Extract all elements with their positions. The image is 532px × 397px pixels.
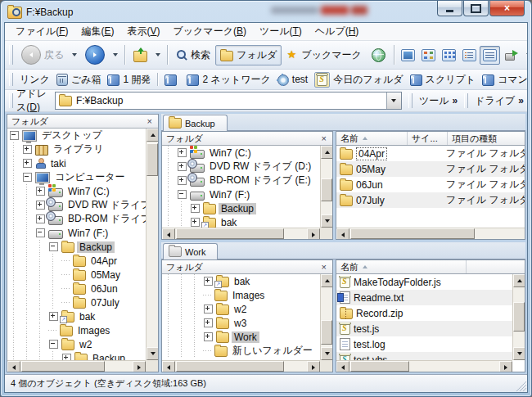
scrollbar-thumb[interactable] [321,320,332,345]
tree-item[interactable]: BD-ROM ドライブ (E: [7,212,146,226]
scroll-up-button[interactable] [321,274,333,287]
tree-item[interactable]: w2 [162,302,320,316]
toolbar-gripper[interactable] [9,73,13,87]
horizontal-scrollbar[interactable] [162,360,320,372]
tree-item[interactable]: 05May [7,268,146,282]
scrollbar-thumb[interactable] [350,361,409,372]
menu-tools[interactable]: ツール(T) [254,23,308,40]
tools-overflow-chevron[interactable]: » [453,95,458,106]
view-details-button[interactable] [480,46,500,65]
address-input[interactable]: F:¥Backup [55,92,402,110]
toolbar-gripper[interactable] [9,45,13,65]
file-row[interactable]: test.log [336,336,512,352]
menu-view[interactable]: 表示(V) [121,23,165,40]
tree-item[interactable]: Win7 (F:) [7,226,146,240]
link-recycle-bin[interactable]: ごみ箱 [53,72,105,88]
menu-file[interactable]: ファイル(F) [10,23,74,40]
resize-grip[interactable] [516,381,526,391]
minimize-button[interactable] [437,1,462,16]
view-small-icons-button[interactable] [439,46,459,65]
vertical-scrollbar[interactable] [146,129,158,360]
tree-item[interactable]: bak [162,274,320,288]
back-button[interactable]: 戻る [16,42,69,68]
tree-item[interactable]: BD-ROM ドライブ (E:) [162,174,320,187]
tree-item[interactable]: Win7 (C:) [7,184,146,198]
file-row[interactable]: MakeTodayFolder.js [336,274,512,290]
file-row[interactable]: test.vbs [336,352,512,360]
tree-item[interactable]: ライブラリ [7,142,146,156]
file-row[interactable]: 04Apr ファイル フォルダー [336,146,525,161]
scroll-right-button[interactable] [307,361,320,372]
view-thumbnail-button[interactable] [398,46,418,65]
up-folder-dropdown[interactable] [156,53,160,56]
scroll-up-button[interactable] [321,146,333,159]
tree-item[interactable]: taki [7,156,146,170]
scroll-down-button[interactable] [147,347,159,360]
back-dropdown[interactable] [72,53,77,56]
tree-item[interactable]: w2 [7,337,146,351]
toolbar-gripper[interactable] [464,93,468,108]
link-network[interactable]: 2 ネットワーク [183,72,273,88]
scroll-left-button[interactable] [7,361,20,372]
link-unnamed[interactable] [161,73,183,87]
up-folder-button[interactable] [128,45,152,65]
maximize-button[interactable] [463,1,489,16]
scroll-left-button[interactable] [336,361,349,372]
file-row[interactable]: Record.zip [336,305,512,321]
tree-item[interactable]: w3 [162,316,320,330]
tree-item[interactable]: 06Jun [7,282,146,295]
file-row[interactable]: 07July ファイル フォルダー [336,192,525,208]
tree-item[interactable]: 新しいフォルダー [162,344,320,358]
tab-work[interactable]: Work [163,243,218,259]
horizontal-scrollbar[interactable] [336,360,512,372]
scrollbar-thumb[interactable] [321,178,332,201]
file-row[interactable]: test.js [336,321,512,336]
tree-item[interactable]: デスクトップ [7,129,146,142]
tree-item-selected[interactable]: Work [162,330,320,344]
titlebar[interactable]: F:¥Backup × [1,1,531,22]
tree-item-selected[interactable]: Backup [162,201,320,215]
drives-overflow-chevron[interactable]: » [518,95,524,106]
link-scripts[interactable]: スクリプト [407,72,479,88]
column-header-name[interactable]: 名前 [336,132,408,145]
close-pane-icon[interactable]: × [146,117,154,126]
scroll-left-button[interactable] [162,228,175,240]
tree-item[interactable]: DVD RW ドライブ (D:) [162,160,320,174]
tree-item[interactable]: 07July [7,295,146,309]
scroll-down-button[interactable] [321,347,333,360]
toolbar-gripper[interactable] [9,93,13,108]
tree-item[interactable]: 04Apr [7,254,146,268]
tree-item[interactable]: Win7 (F:) [162,187,320,201]
scroll-up-button[interactable] [147,129,159,142]
vertical-scrollbar[interactable] [320,274,332,360]
file-row[interactable]: 05May ファイル フォルダー [336,161,525,177]
search-button[interactable]: 検索 [171,45,215,65]
link-today-folder[interactable]: 今日のフォルダ [311,71,406,88]
tree-item[interactable]: Win7 (C:) [162,146,320,160]
send-to-dropdown[interactable] [526,53,528,56]
forward-button[interactable] [80,42,110,68]
tree-item[interactable]: DVD RW ドライブ (D: [7,198,146,212]
tree-item[interactable]: Images [7,323,146,337]
toolbar-gripper[interactable] [408,93,413,108]
bookmarks-button[interactable]: ブックマーク [282,45,366,65]
horizontal-scrollbar[interactable] [336,228,525,239]
scroll-right-button[interactable] [133,361,146,372]
scroll-left-button[interactable] [162,361,175,372]
scroll-down-button[interactable] [513,347,525,360]
address-dropdown-button[interactable] [386,92,401,109]
scroll-down-button[interactable] [321,214,333,228]
column-header-type[interactable]: 項目の種類 [448,132,525,145]
close-button[interactable]: × [489,1,525,16]
link-commands[interactable]: コマンド [479,72,528,88]
web-button[interactable] [367,45,390,65]
scrollbar-thumb[interactable] [350,228,475,239]
file-row[interactable]: 06Jun ファイル フォルダー [336,177,525,192]
close-pane-icon[interactable]: × [320,263,328,272]
send-to-button[interactable] [500,47,523,64]
folders-button[interactable]: フォルダ [215,45,282,65]
tree-item[interactable]: bak [7,309,146,323]
horizontal-scrollbar[interactable] [162,228,320,239]
tree-item[interactable]: コンピューター [7,170,146,184]
scroll-right-button[interactable] [499,361,512,372]
